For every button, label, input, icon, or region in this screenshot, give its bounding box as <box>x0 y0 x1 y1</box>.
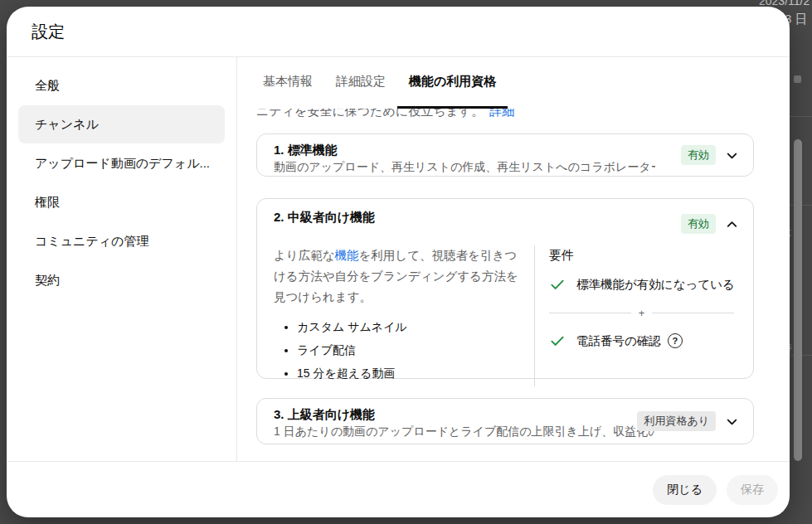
feature-description-prefix: より広範な <box>274 249 335 262</box>
channel-settings-content: 基本情報 詳細設定 機能の利用資格 ニティを安全に保つために役立ちます。詳細 1… <box>237 57 790 461</box>
sidebar-item-label: チャンネル <box>35 117 99 133</box>
background-row-divider <box>786 116 812 117</box>
sidebar-item-general[interactable]: 全般 <box>18 66 225 104</box>
channel-tabs: 基本情報 詳細設定 機能の利用資格 <box>237 57 790 109</box>
sidebar-item-community[interactable]: コミュニティの管理 <box>18 222 225 260</box>
chevron-down-icon[interactable] <box>724 414 740 429</box>
sidebar-item-label: アップロード動画のデフォル... <box>35 156 210 172</box>
learn-more-link[interactable]: 詳細 <box>489 109 514 118</box>
feature-bullet: 15 分を超える動画 <box>297 366 521 381</box>
requirement-label: 電話番号の確認 <box>576 333 661 349</box>
dialog-title: 設定 <box>32 21 65 43</box>
status-badge: 有効 <box>681 145 716 165</box>
settings-dialog: 設定 全般 チャンネル アップロード動画のデフォル... 権限 コミュニティの管… <box>7 7 790 517</box>
intro-text-clipped: ニティを安全に保つために役立ちます。詳細 <box>256 109 790 123</box>
dialog-header: 設定 <box>7 7 790 57</box>
sidebar-item-label: 権限 <box>35 195 60 211</box>
sidebar-item-label: 契約 <box>35 273 60 289</box>
requirement-item: 電話番号の確認 ? <box>549 332 737 349</box>
requirements-heading: 要件 <box>549 248 737 264</box>
help-icon[interactable]: ? <box>668 333 683 348</box>
intro-text: ニティを安全に保つために役立ちます。 <box>256 109 484 118</box>
check-icon <box>549 332 566 349</box>
feature-description: 動画のアップロード、再生リストの作成、再生リストへのコラボレーターと新し... <box>274 159 655 174</box>
feature-bullet-list: カスタム サムネイル ライブ配信 15 分を超える動画 <box>274 320 521 381</box>
feature-title: 3. 上級者向け機能 <box>274 406 655 422</box>
sidebar-item-label: コミュニティの管理 <box>35 234 148 250</box>
feature-title: 1. 標準機能 <box>274 142 655 158</box>
feature-bullet: カスタム サムネイル <box>297 320 521 335</box>
dialog-footer: 閉じる 保存 <box>7 461 790 517</box>
close-button[interactable]: 閉じる <box>653 475 717 505</box>
sidebar-item-permissions[interactable]: 権限 <box>18 183 225 221</box>
feature-card-advanced[interactable]: 3. 上級者向け機能 1 日あたりの動画のアップロードとライブ配信の上限引き上げ… <box>256 398 754 444</box>
tab-feature-eligibility[interactable]: 機能の利用資格 <box>397 57 508 109</box>
feature-detail-column: より広範な機能を利用して、視聴者を引きつける方法や自分をブランディングする方法を… <box>274 245 534 390</box>
feature-bullet: ライブ配信 <box>297 343 521 358</box>
status-badge: 利用資格あり <box>637 411 716 431</box>
requirements-joiner: + <box>549 307 734 319</box>
tab-advanced-settings[interactable]: 詳細設定 <box>324 57 397 109</box>
chevron-up-icon[interactable] <box>724 216 740 232</box>
feature-eligibility-panel: ニティを安全に保つために役立ちます。詳細 1. 標準機能 動画のアップロード、再… <box>237 109 790 461</box>
sidebar-item-label: 全般 <box>35 78 60 94</box>
sidebar-item-agreements[interactable]: 契約 <box>18 261 225 299</box>
feature-card-standard[interactable]: 1. 標準機能 動画のアップロード、再生リストの作成、再生リストへのコラボレータ… <box>256 133 754 177</box>
check-icon <box>549 276 566 293</box>
feature-description: 1 日あたりの動画のアップロードとライブ配信の上限引き上げ、収益化の... <box>274 424 655 439</box>
background-scrollbar-cap <box>794 75 801 83</box>
chevron-down-icon[interactable] <box>724 148 740 163</box>
sidebar-item-upload-defaults[interactable]: アップロード動画のデフォル... <box>18 144 225 182</box>
requirement-item: 標準機能が有効になっている <box>549 276 737 293</box>
requirements-column: 要件 標準機能が有効になっている + <box>535 245 737 390</box>
tab-basic-info[interactable]: 基本情報 <box>251 57 324 109</box>
plus-glyph: + <box>639 307 645 319</box>
features-link[interactable]: 機能 <box>335 249 359 262</box>
feature-title: 2. 中級者向け機能 <box>274 209 737 225</box>
save-button[interactable]: 保存 <box>727 475 778 505</box>
requirement-label: 標準機能が有効になっている <box>576 277 735 293</box>
settings-sidebar: 全般 チャンネル アップロード動画のデフォル... 権限 コミュニティの管理 契… <box>7 57 237 461</box>
sidebar-item-channel[interactable]: チャンネル <box>18 105 225 143</box>
page-scrollbar-thumb <box>794 139 802 461</box>
status-badge: 有効 <box>681 214 716 234</box>
feature-card-intermediate: 2. 中級者向け機能 有効 より広範な機能を利用して、視聴者を引きつける方法や自… <box>256 198 754 379</box>
screen: 2023/11/2 3 日 新 示 時 設定 全般 チャンネル アップロード動画… <box>0 0 812 524</box>
